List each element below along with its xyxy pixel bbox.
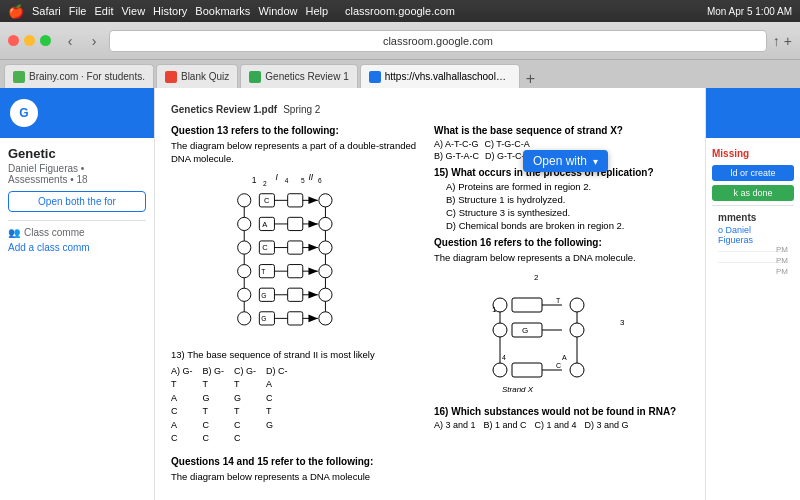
svg-text:C: C [556, 362, 561, 369]
close-button[interactable] [8, 35, 19, 46]
svg-rect-51 [287, 311, 302, 324]
svg-text:1: 1 [251, 175, 256, 185]
svg-point-39 [237, 288, 250, 301]
svg-point-7 [237, 193, 250, 206]
svg-point-53 [318, 311, 331, 324]
svg-text:4: 4 [284, 177, 288, 184]
people-icon: 👥 [8, 227, 20, 238]
file-menu[interactable]: File [69, 5, 87, 17]
svg-text:G: G [522, 326, 528, 335]
add-or-create-button[interactable]: ld or create [712, 165, 794, 181]
q15-b: B) Structure 1 is hydrolyzed. [446, 194, 689, 205]
svg-rect-11 [287, 193, 302, 206]
tab-blank-quiz[interactable]: Blank Quiz [156, 64, 238, 88]
browser-window: ‹ › classroom.google.com ↑ + Brainy.com … [0, 22, 800, 500]
missing-label: Missing [712, 148, 794, 159]
svg-text:6: 6 [317, 177, 321, 184]
mac-address-display: classroom.google.com [345, 5, 455, 17]
q16-a: A) 3 and 1 [434, 420, 476, 430]
right-sidebar: Missing ld or create k as done mments o … [705, 88, 800, 500]
svg-rect-35 [287, 264, 302, 277]
q16-b: B) 1 and C [484, 420, 527, 430]
svg-marker-46 [308, 291, 317, 299]
address-bar[interactable]: classroom.google.com [109, 30, 767, 52]
add-comment-button[interactable]: Add a class comm [8, 242, 146, 253]
svg-point-21 [318, 217, 331, 230]
help-menu[interactable]: Help [306, 5, 329, 17]
tabs-bar: Brainy.com · For students. Blank Quiz Ge… [0, 60, 800, 88]
mac-time: Mon Apr 5 1:00 AM [707, 6, 792, 17]
student-name: Daniel Figueras • [8, 163, 146, 174]
tab-vhs-label: https://vhs.valhallaschools.org/ourpage.… [385, 71, 511, 82]
forward-button[interactable]: › [85, 32, 103, 50]
vhs-favicon [369, 71, 381, 83]
class-name: Genetic [8, 146, 146, 161]
tab-brainy[interactable]: Brainy.com · For students. [4, 64, 154, 88]
q16-text: 16) Which substances would not be found … [434, 406, 689, 417]
view-menu[interactable]: View [121, 5, 145, 17]
dna-diagram-q13: 1 I II 2 4 5 6 C [171, 172, 426, 342]
q14-b: B) G-T-A-C [434, 151, 479, 161]
apple-logo[interactable]: 🍎 [8, 4, 24, 19]
pdf-page-label: Spring 2 [283, 104, 320, 115]
brainy-favicon [13, 71, 25, 83]
window-menu[interactable]: Window [258, 5, 297, 17]
mark-as-done-button[interactable]: k as done [712, 185, 794, 201]
svg-text:T: T [261, 268, 265, 275]
svg-marker-38 [308, 267, 317, 275]
sidebar-body: Genetic Daniel Figueras • Assessments • … [0, 138, 154, 261]
svg-text:C: C [262, 243, 268, 252]
open-with-button[interactable]: Open with ▾ [523, 150, 608, 172]
svg-marker-22 [308, 220, 317, 228]
q16-desc: The diagram below represents a DNA molec… [434, 251, 689, 264]
main-content: G Genetic Daniel Figueras • Assessments … [0, 88, 800, 500]
svg-text:5: 5 [300, 177, 304, 184]
tab-blank-quiz-label: Blank Quiz [181, 71, 229, 82]
history-menu[interactable]: History [153, 5, 187, 17]
new-tab-icon[interactable]: + [784, 33, 792, 49]
genetics-favicon [249, 71, 261, 83]
pdf-page: Genetics Review 1.pdf Spring 2 Question … [155, 88, 705, 500]
share-icon[interactable]: ↑ [773, 33, 780, 49]
q14-section: Questions 14 and 15 refer to the followi… [171, 456, 426, 483]
svg-point-80 [493, 363, 507, 377]
svg-point-84 [570, 363, 584, 377]
pdf-area: Open with ▾ Genetics Review 1.pdf Spring… [155, 88, 705, 500]
q16-intro: Question 16 refers to the following: [434, 237, 689, 248]
q14-title: Questions 14 and 15 refer to the followi… [171, 456, 426, 467]
q13-a: A) G-TACAC [171, 365, 193, 446]
svg-point-15 [237, 217, 250, 230]
rs-comments-section: mments o Daniel Figueras PM PM PM [712, 205, 794, 273]
svg-text:I: I [275, 172, 278, 182]
minimize-button[interactable] [24, 35, 35, 46]
new-tab-button[interactable]: + [522, 70, 539, 88]
open-form-button[interactable]: Open both the for [8, 191, 146, 212]
svg-marker-54 [308, 314, 317, 322]
svg-text:G: G [261, 315, 266, 322]
maximize-button[interactable] [40, 35, 51, 46]
tab-brainy-label: Brainy.com · For students. [29, 71, 145, 82]
q13-intro: Question 13 refers to the following: [171, 125, 426, 136]
q14-a: A) A-T-C-G [434, 139, 479, 149]
bookmarks-menu[interactable]: Bookmarks [195, 5, 250, 17]
toolbar-icons: ↑ + [773, 33, 792, 49]
mac-status-bar: Mon Apr 5 1:00 AM [707, 6, 792, 17]
pdf-content: Question 13 refers to the following: The… [171, 119, 689, 483]
q13-answers: A) G-TACAC B) G-TGTCC C) G-TGTCC D) C-AC… [171, 365, 426, 446]
student-name-link[interactable]: o Daniel Figueras [718, 225, 788, 245]
svg-text:G: G [261, 291, 266, 298]
pdf-header: Genetics Review 1.pdf Spring 2 [171, 104, 689, 115]
tab-genetics-review[interactable]: Genetics Review 1 [240, 64, 357, 88]
svg-point-23 [237, 241, 250, 254]
svg-point-47 [237, 311, 250, 324]
dropdown-arrow-icon: ▾ [593, 156, 598, 167]
timestamp-1: PM [776, 245, 788, 254]
safari-menu[interactable]: Safari [32, 5, 61, 17]
open-with-label: Open with [533, 154, 587, 168]
tab-vhs[interactable]: https://vhs.valhallaschools.org/ourpage.… [360, 64, 520, 88]
svg-point-45 [318, 288, 331, 301]
svg-text:4: 4 [502, 354, 506, 361]
back-button[interactable]: ‹ [61, 32, 79, 50]
edit-menu[interactable]: Edit [94, 5, 113, 17]
svg-text:3: 3 [620, 318, 625, 327]
